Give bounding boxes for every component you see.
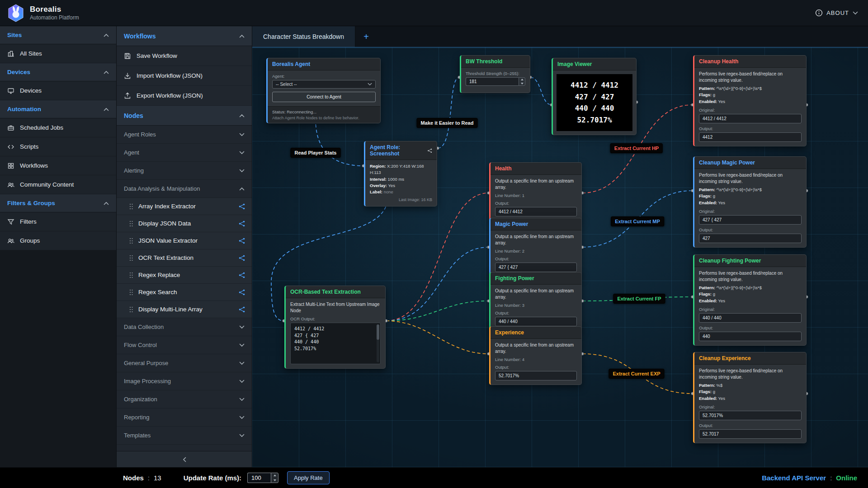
- node-bw-threshold[interactable]: BW Threshold Threshold Strength (0–255):…: [460, 55, 530, 93]
- node-agent-role-screenshot[interactable]: Agent Role: Screenshot Region: X:200 Y:4…: [364, 141, 437, 206]
- sidebar-item-workflows[interactable]: Workflows: [0, 156, 116, 175]
- node-category-data-collection[interactable]: Data Collection: [117, 318, 252, 336]
- sidebar-item-scripts[interactable]: Scripts: [0, 137, 116, 156]
- node-category-general-purpose[interactable]: General Purpose: [117, 354, 252, 372]
- sidebar-item-scheduled-jobs[interactable]: Scheduled Jobs: [0, 118, 116, 137]
- tab-character-status-breakdown[interactable]: Character Status Breakdown: [252, 26, 355, 47]
- output-input[interactable]: 4412: [699, 132, 802, 142]
- node-category-reporting[interactable]: Reporting: [117, 408, 252, 427]
- panel-section-workflows[interactable]: Workflows: [117, 26, 252, 46]
- node-category-templates[interactable]: Templates: [117, 427, 252, 445]
- palette-node-regex-replace[interactable]: Regex Replace: [117, 267, 252, 284]
- borealis-logo-icon: [6, 4, 25, 23]
- import-workflow-button[interactable]: Import Workflow (JSON): [117, 66, 252, 86]
- node-category-alerting[interactable]: Alerting: [117, 162, 252, 180]
- category-label: Data Collection: [124, 324, 164, 330]
- workflow-canvas[interactable]: Borealis Agent Agent: -- Select -- Conne…: [252, 47, 868, 467]
- code-icon: [7, 143, 14, 150]
- threshold-stepper[interactable]: 181: [466, 77, 525, 86]
- agent-hint-text: Attach Agent Role Nodes to define live b…: [272, 116, 376, 120]
- node-item-label: Regex Search: [138, 289, 177, 296]
- node-category-image-processing[interactable]: Image Processing: [117, 372, 252, 390]
- output-input[interactable]: 52.7017: [699, 429, 802, 439]
- save-workflow-button[interactable]: Save Workflow: [117, 46, 252, 66]
- panel-collapse-button[interactable]: [117, 451, 252, 467]
- node-image-viewer[interactable]: Image Viewer 4412 / 4412 427 / 427 440 /…: [552, 58, 637, 135]
- output-input[interactable]: 4412 / 4412: [495, 207, 577, 216]
- spinner-buttons[interactable]: [519, 77, 525, 86]
- screen-line: 52.7017%: [561, 114, 628, 126]
- original-input[interactable]: 440 / 440: [699, 313, 802, 323]
- original-input[interactable]: 52.7017%: [699, 411, 802, 420]
- panel-section-nodes[interactable]: Nodes: [117, 106, 252, 126]
- item-label: Groups: [20, 237, 40, 244]
- node-fighting-power[interactable]: Fighting Power Output a specific line fr…: [489, 272, 582, 331]
- node-experience[interactable]: Experience Output a specific line from a…: [489, 326, 582, 385]
- output-input[interactable]: 440 / 440: [495, 317, 577, 326]
- backend-api-label: Backend API Server: [762, 474, 826, 482]
- node-cleanup-magic-power[interactable]: Cleanup Magic Power Performs live regex-…: [693, 156, 807, 248]
- chevron-left-icon: [183, 457, 186, 462]
- sidebar-item-community-content[interactable]: Community Content: [0, 175, 116, 194]
- palette-node-json-value-extractor[interactable]: JSON Value Extractor: [117, 232, 252, 249]
- node-cleanup-health[interactable]: Cleanup Health Performs live regex-based…: [693, 55, 807, 146]
- node-ocr-text-extraction[interactable]: OCR-Based Text Extraction Extract Multi-…: [284, 286, 386, 369]
- about-menu[interactable]: ABOUT: [815, 9, 858, 17]
- add-tab-button[interactable]: +: [355, 26, 377, 47]
- node-description: Performs live regex-based find/replace o…: [699, 71, 802, 83]
- palette-node-display-json-data[interactable]: Display JSON Data: [117, 215, 252, 232]
- sidebar-section-automation[interactable]: Automation: [0, 100, 116, 118]
- agent-select[interactable]: -- Select --: [272, 80, 376, 89]
- sidebar-section-filters-groups[interactable]: Filters & Groups: [0, 194, 116, 212]
- section-label: Devices: [7, 69, 30, 75]
- flags-label: Flags:: [699, 291, 712, 296]
- sidebar-item-groups[interactable]: Groups: [0, 231, 116, 250]
- sidebar-section-devices[interactable]: Devices: [0, 63, 116, 81]
- chevron-down-icon: [239, 133, 245, 136]
- chevron-up-icon: [104, 202, 109, 205]
- connect-to-agent-button[interactable]: Connect to Agent: [272, 92, 376, 102]
- output-input[interactable]: 427 { 427: [495, 263, 577, 272]
- item-label: Devices: [20, 87, 42, 94]
- sidebar-section-sites[interactable]: Sites: [0, 26, 116, 44]
- sidebar-item-filters[interactable]: Filters: [0, 212, 116, 231]
- sidebar-item-all-sites[interactable]: All Sites: [0, 44, 116, 63]
- node-cleanup-experience[interactable]: Cleanup Experience Performs live regex-b…: [693, 352, 807, 443]
- node-category-organization[interactable]: Organization: [117, 390, 252, 408]
- apply-rate-button[interactable]: Apply Rate: [287, 471, 330, 484]
- scrollbar[interactable]: [377, 324, 379, 362]
- category-label: Flow Control: [124, 342, 157, 348]
- chevron-down-icon: [239, 416, 245, 419]
- node-type-icon: [238, 289, 245, 296]
- output-input[interactable]: 52.7017%: [495, 371, 577, 380]
- ocr-output-textarea[interactable]: 4412 / 4412 427 { 427 440 / 440 52.7017%: [290, 323, 381, 364]
- node-title: Image Viewer: [557, 61, 592, 67]
- original-input[interactable]: 4412 / 4412: [699, 114, 802, 123]
- node-borealis-agent[interactable]: Borealis Agent Agent: -- Select -- Conne…: [266, 58, 381, 123]
- palette-node-regex-search[interactable]: Regex Search: [117, 284, 252, 301]
- original-input[interactable]: 427 { 427: [699, 215, 802, 225]
- node-title: Magic Power: [495, 221, 528, 227]
- node-category-flow-control[interactable]: Flow Control: [117, 336, 252, 354]
- update-rate-stepper[interactable]: 100: [247, 473, 278, 483]
- update-rate-input[interactable]: 100: [247, 473, 271, 483]
- edge-label-extract-current-fp: Extract Current FP: [613, 294, 665, 304]
- node-category-agent[interactable]: Agent: [117, 144, 252, 162]
- export-workflow-button[interactable]: Export Workflow (JSON): [117, 86, 252, 106]
- palette-node-display-multi-line-array[interactable]: Display Multi-Line Array: [117, 301, 252, 318]
- node-magic-power[interactable]: Magic Power Output a specific line from …: [489, 218, 582, 277]
- node-description: Output a specific line from an upstream …: [495, 288, 577, 300]
- node-cleanup-fighting-power[interactable]: Cleanup Fighting Power Performs live reg…: [693, 254, 807, 346]
- node-category-data-analysis[interactable]: Data Analysis & Manipulation: [117, 180, 252, 198]
- spinner-buttons[interactable]: [271, 473, 278, 483]
- node-health[interactable]: Health Output a specific line from an up…: [489, 162, 582, 221]
- output-label: Output:: [699, 325, 802, 330]
- palette-node-array-index-extractor[interactable]: Array Index Extractor: [117, 198, 252, 215]
- sidebar-item-devices[interactable]: Devices: [0, 81, 116, 100]
- chevron-down-icon: [239, 343, 245, 347]
- share-icon[interactable]: [427, 148, 432, 154]
- palette-node-ocr-text-extraction[interactable]: OCR Text Extraction: [117, 249, 252, 267]
- node-category-agent-roles[interactable]: Agent Roles: [117, 126, 252, 144]
- output-input[interactable]: 440: [699, 332, 802, 341]
- output-input[interactable]: 427: [699, 234, 802, 243]
